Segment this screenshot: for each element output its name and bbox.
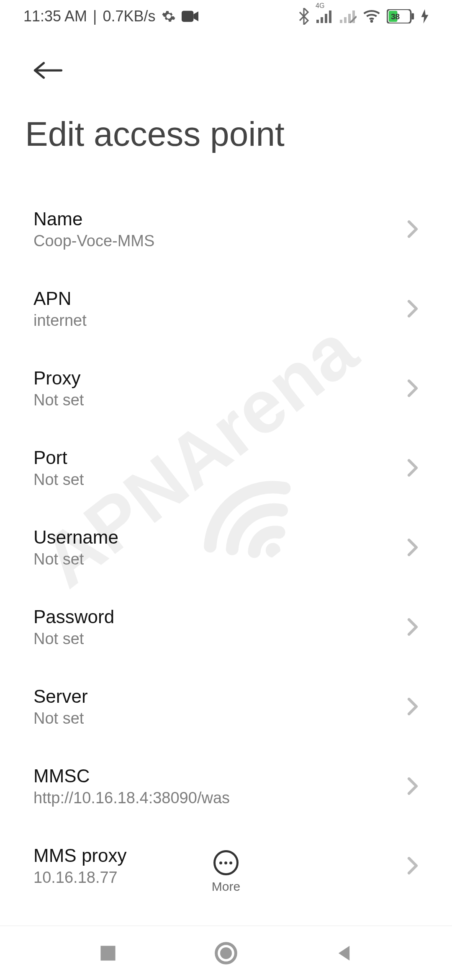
- setting-row-mms-proxy[interactable]: MMS proxy10.16.18.77: [33, 826, 419, 905]
- chevron-right-icon: [407, 856, 419, 875]
- setting-label: Password: [33, 606, 114, 627]
- status-time: 11:35 AM: [23, 8, 87, 25]
- setting-label: Port: [33, 447, 84, 468]
- chevron-right-icon: [407, 618, 419, 636]
- chevron-right-icon: [407, 299, 419, 318]
- setting-label: APN: [33, 288, 87, 309]
- status-bar: 11:35 AM | 0.7KB/s 4G 38: [0, 0, 452, 33]
- setting-row-mmsc[interactable]: MMSChttp://10.16.18.4:38090/was: [33, 746, 419, 826]
- setting-label: MMSC: [33, 766, 230, 787]
- setting-value: Not set: [33, 709, 88, 727]
- charging-icon: [421, 9, 429, 23]
- chevron-right-icon: [407, 379, 419, 397]
- setting-row-proxy[interactable]: ProxyNot set: [33, 348, 419, 428]
- setting-value: 10.16.18.77: [33, 869, 126, 887]
- svg-rect-4: [325, 14, 327, 23]
- setting-row-port[interactable]: PortNot set: [33, 428, 419, 508]
- chevron-right-icon: [407, 538, 419, 557]
- svg-rect-16: [100, 946, 115, 960]
- settings-list: NameCoop-Voce-MMSAPNinternetProxyNot set…: [0, 189, 452, 905]
- nav-recent-button[interactable]: [99, 944, 117, 962]
- page-title: Edit access point: [25, 114, 427, 154]
- setting-value: Not set: [33, 471, 84, 489]
- svg-rect-5: [329, 10, 331, 23]
- status-speed: 0.7KB/s: [103, 8, 155, 25]
- arrow-left-icon: [33, 60, 63, 81]
- setting-label: MMS proxy: [33, 845, 126, 866]
- svg-point-18: [220, 947, 232, 959]
- setting-row-apn[interactable]: APNinternet: [33, 269, 419, 348]
- setting-label: Username: [33, 527, 118, 548]
- signal-no-sim-icon: [340, 10, 357, 23]
- bluetooth-icon: [298, 8, 310, 25]
- svg-rect-2: [316, 20, 319, 23]
- setting-label: Proxy: [33, 368, 84, 389]
- nav-home-button[interactable]: [214, 941, 238, 965]
- setting-value: Not set: [33, 391, 84, 409]
- svg-rect-6: [340, 20, 342, 23]
- battery-icon: 38: [387, 9, 414, 23]
- setting-label: Name: [33, 209, 154, 230]
- setting-row-username[interactable]: UsernameNot set: [33, 508, 419, 587]
- signal-4g-icon: 4G: [316, 10, 333, 23]
- setting-value: Not set: [33, 550, 118, 568]
- chevron-right-icon: [407, 220, 419, 238]
- setting-row-server[interactable]: ServerNot set: [33, 667, 419, 746]
- setting-value: internet: [33, 312, 87, 330]
- svg-rect-14: [411, 13, 414, 19]
- system-nav-bar: [0, 926, 452, 980]
- chevron-right-icon: [407, 697, 419, 716]
- video-icon: [182, 10, 198, 22]
- setting-value: http://10.16.18.4:38090/was: [33, 789, 230, 807]
- setting-value: Not set: [33, 630, 114, 648]
- status-sep: |: [93, 8, 97, 25]
- gear-icon: [162, 9, 176, 23]
- wifi-icon: [363, 10, 380, 23]
- nav-back-button[interactable]: [335, 944, 353, 962]
- back-button[interactable]: [25, 49, 67, 91]
- chevron-right-icon: [407, 459, 419, 477]
- setting-row-password[interactable]: PasswordNot set: [33, 587, 419, 667]
- svg-rect-7: [344, 17, 347, 23]
- chevron-right-icon: [407, 777, 419, 795]
- setting-row-name[interactable]: NameCoop-Voce-MMS: [33, 189, 419, 269]
- svg-point-11: [370, 20, 373, 23]
- svg-rect-1: [182, 11, 193, 22]
- setting-value: Coop-Voce-MMS: [33, 232, 154, 250]
- svg-rect-3: [321, 17, 323, 23]
- setting-label: Server: [33, 686, 88, 707]
